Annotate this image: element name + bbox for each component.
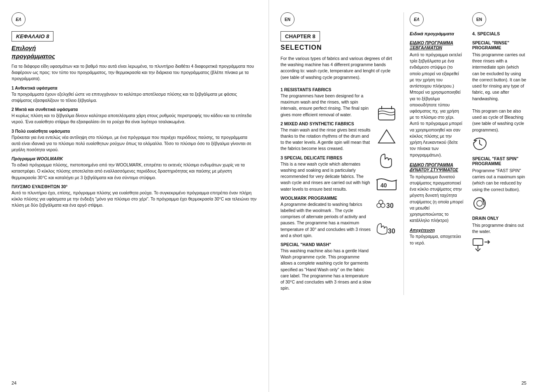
prog1-el-text: Αυτό το πρόγραμμα εκτελεί τρία ξεβγάλματ…	[410, 52, 464, 158]
svg-rect-12	[473, 239, 483, 245]
sub4-title-en: WOOLMARK PROGRAMME	[281, 196, 372, 201]
left-page: ΕΛ ΚΕΦΑΛΑΙΟ 8 Επιλογή προγράμματος Για τ…	[0, 0, 269, 392]
prog1-el-title: ΕΙΔΙΚΟ ΠΡΟΓΡΑΜΜΑ ΞΕΒΓΑΛΜΑΤΩΝ	[410, 40, 464, 50]
chapter-label-en: CHAPTER 8	[281, 31, 320, 42]
page-num-left: 24	[12, 380, 16, 385]
prog2-en-text: Programme "FAST SPIN" carries out a maxi…	[472, 168, 526, 193]
page-num-right: 25	[522, 380, 526, 385]
prog2-en-title: SPECIAL "FAST SPIN" PROGRAMME	[472, 156, 526, 166]
sub2-text-en: The main wash and the rinse gives best r…	[281, 127, 372, 152]
sub4-title-el: Πρόγραμμα WOOLMARK	[12, 156, 257, 161]
prog2-el-text: Το πρόγραμμα δυνατού στυψίματος πραγματο…	[410, 174, 464, 224]
sub1-title-en: 1 RESISTANTS FABRICS	[281, 87, 372, 92]
svg-point-11	[477, 201, 482, 206]
prog3-en-text: This programme drains out the water.	[472, 222, 526, 235]
sub4-text-el: Το ειδικό πρόγραμμα πλύσης, πιστοποιημέν…	[12, 162, 257, 181]
prog1-en-text: This programme carries out three rinses …	[472, 52, 526, 133]
specials-en: EN 4. SPECIALS SPECIAL "RINSE" PROGRAMME…	[468, 12, 526, 255]
icon-handwash-30: 30	[376, 219, 398, 238]
sub2-title-el: 2 Μικτά και συνθετικά υφάσματα	[12, 107, 257, 112]
sub2-text-el: Η κυρίως πλύση και το ξέβγαλμα δίνουν κα…	[12, 113, 257, 125]
lang-badge-el: ΕΛ	[12, 12, 26, 26]
sub4-text-en: A programme dedicated to washing fabrics…	[281, 201, 372, 239]
prog1-en-title: SPECIAL "RINSE" PROGRAMME	[472, 40, 526, 50]
svg-point-7	[379, 200, 383, 204]
sub1-text-en: The programmes have been designed for a …	[281, 93, 372, 118]
svg-marker-3	[378, 130, 395, 143]
svg-text:30: 30	[388, 228, 395, 235]
specials-en-title: 4. SPECIALS	[472, 31, 526, 36]
prog3-en-title: DRAIN ONLY	[472, 216, 526, 221]
chapter-label-el: ΚΕΦΑΛΑΙΟ 8	[12, 31, 53, 42]
sub2-title-en: 2 MIXED AND SYNTHETIC FABRICS	[281, 121, 372, 126]
icon-mixed	[378, 128, 396, 145]
intro-text-en: For the various types of fabrics and var…	[281, 55, 398, 81]
prog3-el-text: Το πρόγραμμα, αποχετεύει το νερό.	[410, 233, 464, 246]
svg-text:30: 30	[386, 202, 394, 209]
icon-spin	[472, 196, 526, 212]
lang-badge-en-specials: EN	[472, 12, 486, 26]
lang-badge-en: EN	[281, 12, 295, 26]
sub3-title-el: 3 Πολύ ευαίσθητα υφάσματα	[12, 129, 257, 134]
sub5-text-en: This washing machine also has a gentle H…	[281, 248, 372, 292]
section-title-el: Επιλογή προγράμματος	[12, 44, 257, 60]
specials-col: ΕΛ Ειδικά προγράμματα ΕΙΔΙΚΟ ΠΡΟΓΡΑΜΜΑ Ξ…	[404, 12, 526, 295]
sub5-title-en: SPECIAL "HAND WASH"	[281, 242, 372, 247]
icon-drain	[472, 238, 526, 253]
lang-badge-el-specials: ΕΛ	[410, 12, 424, 26]
sub5-title-el: ΠΛΥΣΙΜΟ ΕΥΑΙΣΘΗΤΩΝ 30°	[12, 184, 257, 189]
sub3-text-en: This is a new wash cycle which alternate…	[281, 161, 372, 192]
sub5-text-el: Αυτό το πλυντήριο έχει, επίσης, πρόγραμμ…	[12, 190, 257, 209]
sub1-text-el: Τα προγράμματα έχουν εξελιχθεί ώστε να ε…	[12, 91, 257, 104]
icon-delicate	[378, 151, 396, 170]
intro-text-el: Για τα διάφορα είδη υφασμάτων και το βαθ…	[12, 63, 257, 82]
wash-icons-col: 40 30	[372, 84, 398, 295]
icon-resistant	[378, 105, 396, 122]
programs-text: 1 RESISTANTS FABRICS The programmes have…	[281, 84, 372, 295]
icon-woolmark-30: 30	[376, 197, 398, 213]
svg-text:40: 40	[380, 182, 387, 189]
right-page: EN CHAPTER 8 SELECTION For the various t…	[269, 0, 538, 392]
en-main-col: EN CHAPTER 8 SELECTION For the various t…	[281, 12, 404, 295]
sub3-title-en: 3 SPECIAL DELICATE FIBRES	[281, 155, 372, 160]
prog3-el-title: Αποχέτευση	[410, 228, 464, 233]
icon-rinse	[472, 136, 526, 152]
icon-40: 40	[376, 176, 397, 191]
specials-el-title: Ειδικά προγράμματα	[410, 31, 464, 36]
section-title-en: SELECTION	[281, 44, 398, 51]
prog2-el-title: ΕΙΔΙΚΟ ΠΡΟΓΡΑΜΜΑ ΔΥΝΑΤΟΥ ΣΤΥΨΙΜΑΤΟΣ	[410, 162, 464, 172]
specials-el: ΕΛ Ειδικά προγράμματα ΕΙΔΙΚΟ ΠΡΟΓΡΑΜΜΑ Ξ…	[410, 12, 468, 255]
sub3-text-el: Πρόκειται για ένα εντελώς νέα αντίληψη σ…	[12, 134, 257, 153]
sub1-title-el: 1 Ανθεκτικά υφάσματα	[12, 85, 257, 90]
